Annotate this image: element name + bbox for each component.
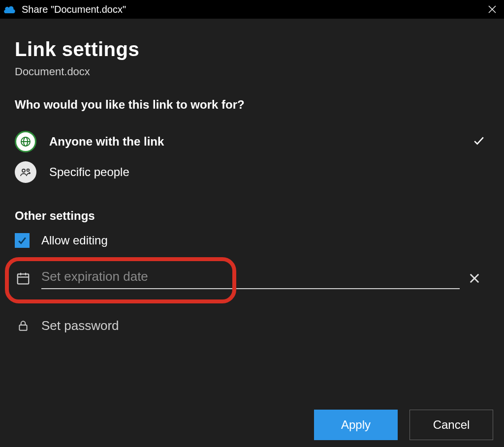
calendar-icon	[15, 271, 41, 286]
file-name: Document.docx	[15, 65, 489, 78]
svg-rect-7	[18, 274, 29, 284]
people-icon	[15, 161, 36, 183]
option-anyone[interactable]: Anyone with the link	[15, 126, 489, 157]
link-scope-question: Who would you like this link to work for…	[15, 98, 489, 112]
svg-point-5	[22, 169, 25, 172]
window-title: Share "Document.docx"	[22, 4, 126, 15]
footer: Apply Cancel	[314, 410, 493, 440]
option-specific-people-label: Specific people	[49, 165, 489, 179]
other-settings-heading: Other settings	[15, 209, 489, 223]
check-icon	[473, 135, 489, 148]
apply-button[interactable]: Apply	[314, 410, 398, 440]
allow-editing-row[interactable]: Allow editing	[15, 227, 489, 254]
set-password-label: Set password	[41, 318, 489, 333]
allow-editing-label: Allow editing	[41, 234, 489, 247]
clear-expiration-icon[interactable]	[465, 273, 484, 284]
globe-icon	[15, 131, 36, 152]
lock-icon	[15, 319, 41, 332]
set-password-row[interactable]: Set password	[15, 312, 489, 339]
svg-rect-19	[19, 325, 27, 330]
cancel-button[interactable]: Cancel	[410, 410, 493, 440]
option-specific-people[interactable]: Specific people	[15, 157, 489, 187]
expiration-row	[15, 262, 489, 299]
allow-editing-checkbox[interactable]	[15, 233, 30, 248]
option-anyone-label: Anyone with the link	[49, 135, 473, 149]
expiration-date-input[interactable]	[41, 267, 460, 289]
svg-point-6	[27, 169, 30, 172]
close-icon[interactable]	[483, 0, 501, 18]
onedrive-icon	[3, 2, 17, 16]
titlebar: Share "Document.docx"	[0, 0, 504, 19]
content: Link settings Document.docx Who would yo…	[0, 19, 504, 339]
page-title: Link settings	[15, 38, 489, 60]
